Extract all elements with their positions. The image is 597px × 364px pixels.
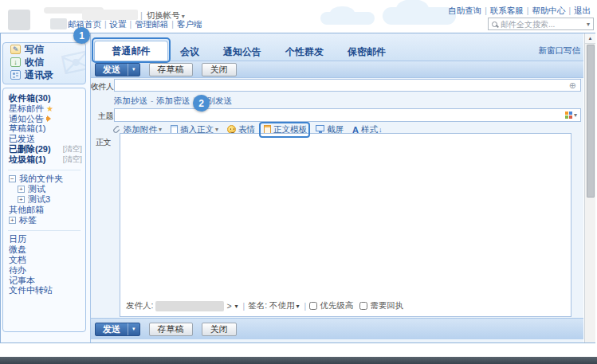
collapse-icon[interactable]: − (9, 175, 16, 182)
recipient-input[interactable] (115, 80, 580, 91)
separator (481, 6, 490, 17)
separator (240, 301, 249, 311)
tab-label: 通知公告 (223, 46, 261, 57)
sidebar-item-contacts[interactable]: 通讯录 (3, 68, 85, 81)
tree-other-mailbox[interactable]: 其他邮箱 (3, 205, 85, 215)
screenshot-icon (316, 125, 324, 131)
app-frame: ✉ ✎ 写信 ↓ 收信 通讯录 收件箱(30) (0, 33, 595, 343)
contacts-label: 通讯录 (25, 68, 53, 82)
expand-icon[interactable]: + (18, 186, 25, 193)
compose-toolbar-bottom: 发送 ▾ 存草稿 关闭 (91, 318, 583, 339)
add-bcc-link[interactable]: 添加密送 (156, 96, 190, 105)
self-service-link[interactable]: 自助查询 (448, 6, 481, 17)
read-receipt-label[interactable]: 需要回执 (370, 300, 403, 311)
signature-label: 签名: (248, 300, 267, 311)
header-utility-links: 自助查询联系客服帮助中心退出 (448, 6, 591, 17)
tab-personalized-mass-mail[interactable]: 个性群发 (273, 44, 336, 60)
add-recipient-icon[interactable]: ⊕ (569, 80, 576, 91)
editor-footer: 发件人: > ▾ 签名: 不使用 ▾ 优先级高 需要回执 (126, 299, 568, 313)
caret-down-icon: ▾ (215, 126, 218, 133)
separator (524, 6, 532, 17)
sidebar-item-compose[interactable]: ✎ 写信 (3, 43, 85, 56)
folder-spam[interactable]: 垃圾箱(1) [清空] (3, 155, 85, 165)
nav-link-manage-mailbox[interactable]: 管理邮箱 (135, 19, 168, 30)
subject-input[interactable] (115, 109, 580, 121)
tab-confidential-mail[interactable]: 保密邮件 (336, 44, 398, 60)
caret-down-icon: ▾ (574, 112, 577, 119)
add-cc-link[interactable]: 添加抄送 (114, 96, 147, 105)
app-file-transfer[interactable]: 文件中转站 (3, 286, 85, 296)
send-button-bottom[interactable]: 发送 ▾ (95, 323, 140, 336)
tab-meeting[interactable]: 会议 (168, 44, 211, 60)
send-options-caret-icon[interactable]: ▾ (128, 323, 139, 335)
send-button-top[interactable]: 发送 ▾ (95, 63, 140, 76)
speaker-icon (46, 115, 54, 122)
nav-link-client[interactable]: 客户端 (177, 19, 202, 30)
send-label: 发送 (96, 323, 128, 335)
tab-announcement[interactable]: 通知公告 (211, 44, 273, 60)
contact-support-link[interactable]: 联系客服 (490, 6, 524, 17)
main-panel: 普通邮件 会议 通知公告 个性群发 保密邮件 新窗口写信 发送 ▾ 存草稿 关闭 (90, 33, 583, 342)
new-window-compose-link[interactable]: 新窗口写信 (539, 45, 581, 57)
sidebar: ✉ ✎ 写信 ↓ 收信 通讯录 收件箱(30) (1, 33, 90, 342)
signature-value[interactable]: 不使用 (269, 300, 295, 311)
high-priority-checkbox[interactable] (309, 302, 317, 310)
separator (168, 19, 177, 30)
separator (147, 96, 156, 105)
receive-mail-icon: ↓ (10, 57, 21, 67)
search-scope-caret-icon[interactable]: ▾ (587, 21, 590, 28)
tree-tags[interactable]: + 标签 (3, 215, 85, 225)
signature-dropdown-caret-icon[interactable]: ▾ (297, 303, 300, 310)
read-receipt-checkbox[interactable] (359, 302, 367, 310)
brand-logo-redacted (8, 10, 30, 30)
search-icon (492, 22, 497, 27)
vertical-scrollbar[interactable]: ▲ (584, 33, 595, 342)
expand-icon[interactable]: + (18, 196, 25, 203)
sidebar-folders-panel: 收件箱(30) 星标邮件 ★ 通知公告 草稿箱(1) 已发送 已删除(29) (2, 88, 86, 332)
webmail-compose-screen: 切换帐号▾ 邮箱首页设置管理邮箱客户端 自助查询联系客服帮助中心退出 ▾ ✉ ✎… (0, 0, 597, 364)
logout-link[interactable]: 退出 (574, 6, 591, 17)
sidebar-item-receive[interactable]: ↓ 收信 (3, 56, 85, 68)
separator (101, 19, 110, 30)
empty-deleted-link[interactable]: [清空] (63, 144, 82, 155)
folder-label: 垃圾箱(1) (9, 154, 45, 166)
bottom-dark-bar (0, 357, 597, 364)
help-center-link[interactable]: 帮助中心 (532, 6, 565, 17)
send-label: 发送 (96, 64, 128, 76)
cloud-decoration (383, 7, 456, 25)
scrollbar-thumb[interactable] (587, 45, 595, 198)
save-draft-button-top[interactable]: 存草稿 (149, 63, 193, 76)
contacts-icon (10, 70, 21, 80)
close-button-bottom[interactable]: 关闭 (202, 323, 237, 336)
annotation-step-1-badge: 1 (73, 27, 90, 44)
app-label: 文件中转站 (9, 284, 53, 296)
tag-color-grid-icon (565, 112, 572, 119)
tree-label: 标签 (19, 214, 37, 226)
close-button-top[interactable]: 关闭 (202, 63, 237, 76)
body-label: 正文 (91, 137, 111, 148)
empty-spam-link[interactable]: [清空] (63, 155, 82, 165)
sender-address-redacted (155, 301, 224, 311)
search-input[interactable] (501, 20, 585, 29)
separator (565, 6, 574, 17)
message-body-editor[interactable] (122, 135, 569, 296)
tab-normal-mail[interactable]: 普通邮件 (94, 41, 168, 61)
search-box[interactable]: ▾ (488, 18, 594, 30)
send-options-caret-icon[interactable]: ▾ (128, 64, 139, 76)
compose-form: 收件人 ⊕ 添加抄送添加密送分别发送 主题 ▾ (91, 78, 583, 342)
high-priority-label[interactable]: 优先级高 (320, 300, 353, 311)
from-label: 发件人: (126, 300, 153, 311)
header-nav: 邮箱首页设置管理邮箱客户端 (68, 19, 202, 30)
mail-tag-picker[interactable]: ▾ (565, 112, 577, 119)
nav-link-settings[interactable]: 设置 (110, 19, 127, 30)
save-draft-button-bottom[interactable]: 存草稿 (149, 323, 193, 336)
compose-label: 写信 (25, 43, 44, 57)
from-dropdown-caret-icon[interactable]: ▾ (235, 303, 238, 310)
redacted-block (50, 18, 67, 29)
scrollbar-up-arrow[interactable]: ▲ (585, 33, 595, 44)
expand-icon[interactable]: + (9, 217, 16, 224)
editor-box: 发件人: > ▾ 签名: 不使用 ▾ 优先级高 需要回执 (120, 133, 571, 317)
star-icon: ★ (46, 104, 53, 113)
address-close-bracket: > (226, 301, 231, 311)
tab-label: 普通邮件 (112, 45, 151, 58)
